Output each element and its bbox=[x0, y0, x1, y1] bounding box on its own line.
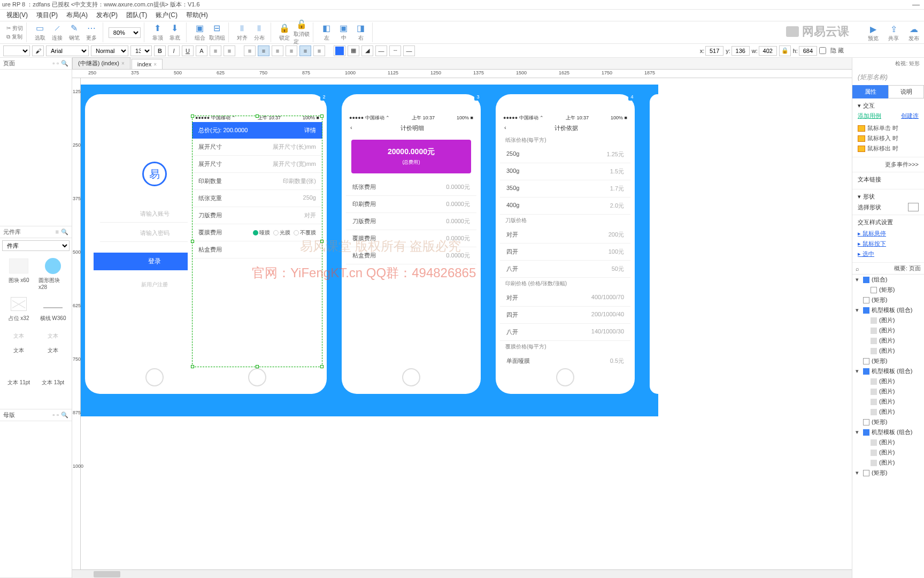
gradient-button[interactable]: ▦ bbox=[348, 45, 359, 56]
valign-top-button[interactable]: ≡ bbox=[286, 45, 297, 56]
align-center-button[interactable]: ≡ bbox=[258, 45, 270, 56]
document-tab[interactable]: index× bbox=[132, 59, 163, 69]
valign-bottom-button[interactable]: ≡ bbox=[313, 45, 325, 56]
style-setting-link[interactable]: ▸ 选中 bbox=[858, 249, 919, 259]
toolbar-button[interactable]: ⫴对齐 bbox=[234, 23, 250, 42]
align-right-button[interactable]: ≡ bbox=[272, 45, 283, 56]
toolbar-button[interactable]: 🔒锁定 bbox=[276, 23, 292, 42]
outline-node[interactable]: ▾(组合) bbox=[852, 275, 924, 285]
phone-mockup-5[interactable] bbox=[650, 94, 666, 394]
border-color-button[interactable]: ◢ bbox=[361, 45, 373, 56]
outline-node[interactable]: ▾机型模板 (组合) bbox=[852, 366, 924, 376]
outline-node[interactable]: ▾(矩形) bbox=[852, 468, 924, 478]
outline-node[interactable]: (图片) bbox=[852, 336, 924, 346]
bullets-button[interactable]: ≡ bbox=[210, 45, 221, 56]
outline-node[interactable]: ▾机型模板 (组合) bbox=[852, 427, 924, 437]
copy-button[interactable]: ⧉ 复制 bbox=[6, 33, 23, 41]
style-setting-link[interactable]: ▸ 鼠标悬停 bbox=[858, 229, 919, 239]
add-folder-icon[interactable]: ▫ bbox=[57, 412, 59, 419]
outline-node[interactable]: (图片) bbox=[852, 325, 924, 336]
font-weight-select[interactable]: Normal bbox=[91, 45, 128, 56]
outline-node[interactable]: (图片) bbox=[852, 458, 924, 468]
add-master-icon[interactable]: ▫ bbox=[52, 412, 55, 419]
close-tab-icon[interactable]: × bbox=[121, 60, 125, 66]
lock-aspect-icon[interactable]: 🔒 bbox=[779, 45, 791, 56]
widget-library-item[interactable]: 占位 x32 bbox=[4, 295, 33, 322]
document-tab[interactable]: (中继器) (index)× bbox=[72, 57, 130, 69]
create-link[interactable]: 创建连 bbox=[901, 112, 919, 120]
interaction-event[interactable]: 鼠标移出 时 bbox=[858, 143, 919, 154]
notes-tab[interactable]: 说明 bbox=[888, 85, 924, 98]
align-left-button[interactable]: ≡ bbox=[244, 45, 256, 56]
menu-item[interactable]: 团队(T) bbox=[126, 11, 147, 20]
outline-node[interactable]: (图片) bbox=[852, 447, 924, 458]
widget-library-item[interactable]: 文本文本 bbox=[4, 328, 33, 354]
numberlist-button[interactable]: ≡ bbox=[224, 45, 235, 56]
outline-node[interactable]: (图片) bbox=[852, 376, 924, 386]
interaction-event[interactable]: 鼠标移入 时 bbox=[858, 133, 919, 143]
publish-button[interactable]: ☁发布 bbox=[906, 24, 922, 43]
outline-node[interactable]: (矩形) bbox=[852, 356, 924, 366]
widget-library-item[interactable]: 文本 11pt bbox=[4, 360, 33, 386]
options-icon[interactable]: ≡ bbox=[56, 229, 59, 235]
toolbar-button[interactable]: ◧左 bbox=[319, 23, 335, 42]
menu-item[interactable]: 账户(C) bbox=[156, 11, 178, 20]
font-color-button[interactable]: A bbox=[196, 45, 207, 56]
widget-library-item[interactable]: 圆形图块 x28 bbox=[38, 257, 67, 290]
widget-library-item[interactable]: 横线 W360 bbox=[38, 295, 67, 322]
shadow-button[interactable]: — bbox=[403, 45, 415, 56]
widget-library-item[interactable]: 文本文本 bbox=[38, 328, 67, 354]
chevron-down-icon[interactable]: ▾ bbox=[858, 102, 861, 109]
menu-item[interactable]: 发布(P) bbox=[96, 11, 118, 20]
zoom-select[interactable]: 80% bbox=[109, 27, 141, 38]
toolbar-button[interactable]: ▣组合 bbox=[192, 23, 208, 42]
toolbar-button[interactable]: 🔓取消锁定 bbox=[294, 23, 310, 42]
underline-button[interactable]: U bbox=[182, 45, 194, 56]
menu-item[interactable]: 视图(V) bbox=[6, 11, 28, 20]
font-size-select[interactable]: 13 bbox=[130, 45, 152, 56]
phone-mockup-4[interactable]: 4 ●●●●● 中国移动 ⌃上午 10:37100% ■ ‹计价依据 纸张价格(… bbox=[496, 94, 635, 394]
properties-tab[interactable]: 属性 bbox=[852, 85, 888, 98]
bold-button[interactable]: B bbox=[154, 45, 166, 56]
add-folder-icon[interactable]: ▫ bbox=[57, 60, 59, 67]
format-painter-icon[interactable]: 🖌 bbox=[32, 45, 44, 56]
toolbar-button[interactable]: ▭选取 bbox=[32, 23, 48, 42]
add-page-icon[interactable]: ▫ bbox=[52, 60, 55, 67]
outline-node[interactable]: (图片) bbox=[852, 315, 924, 325]
search-icon[interactable]: 🔍 bbox=[61, 229, 68, 235]
search-icon[interactable]: 🔍 bbox=[61, 412, 68, 419]
interaction-event[interactable]: 鼠标单击 时 bbox=[858, 123, 919, 133]
outline-node[interactable]: ▾机型模板 (组合) bbox=[852, 305, 924, 315]
toolbar-button[interactable]: ⬆靠顶 bbox=[150, 23, 166, 42]
add-case-link[interactable]: 添加用例 bbox=[858, 112, 881, 120]
close-tab-icon[interactable]: × bbox=[153, 62, 157, 67]
toolbar-button[interactable]: ✎钢笔 bbox=[66, 23, 82, 42]
search-icon[interactable]: 🔍 bbox=[61, 60, 68, 67]
toolbar-button[interactable]: ◨右 bbox=[353, 23, 369, 42]
outline-node[interactable]: (矩形) bbox=[852, 417, 924, 427]
toolbar-button[interactable]: ⟋连接 bbox=[49, 23, 65, 42]
widget-name-field[interactable]: (矩形名称) bbox=[852, 70, 924, 85]
cut-button[interactable]: ✂ 剪切 bbox=[6, 25, 23, 32]
toolbar-button[interactable]: ⋯更多 bbox=[83, 23, 99, 42]
preview-button[interactable]: ▶预览 bbox=[865, 24, 881, 43]
valign-middle-button[interactable]: ≡ bbox=[299, 45, 311, 56]
style-setting-link[interactable]: ▸ 鼠标按下 bbox=[858, 239, 919, 249]
more-events-button[interactable]: 更多事件>>> bbox=[885, 161, 919, 168]
outline-node[interactable]: (图片) bbox=[852, 437, 924, 447]
hidden-checkbox[interactable] bbox=[819, 47, 826, 54]
italic-button[interactable]: I bbox=[168, 45, 180, 56]
border-width-button[interactable]: — bbox=[375, 45, 387, 56]
library-select[interactable]: 件库 bbox=[2, 240, 70, 251]
outline-node[interactable]: (矩形) bbox=[852, 285, 924, 295]
widget-library-item[interactable]: 图块 x60 bbox=[4, 257, 33, 290]
widget-library-item[interactable]: 文本 13pt bbox=[38, 360, 67, 386]
outline-node[interactable]: (图片) bbox=[852, 407, 924, 417]
font-family-select[interactable]: Arial bbox=[46, 45, 89, 56]
toolbar-button[interactable]: ⊟取消组 bbox=[209, 23, 225, 42]
fill-color-button[interactable] bbox=[334, 45, 345, 56]
outline-node[interactable]: (矩形) bbox=[852, 295, 924, 305]
border-style-button[interactable]: ┈ bbox=[389, 45, 401, 56]
outline-node[interactable]: (图片) bbox=[852, 346, 924, 356]
outline-node[interactable]: (图片) bbox=[852, 386, 924, 397]
